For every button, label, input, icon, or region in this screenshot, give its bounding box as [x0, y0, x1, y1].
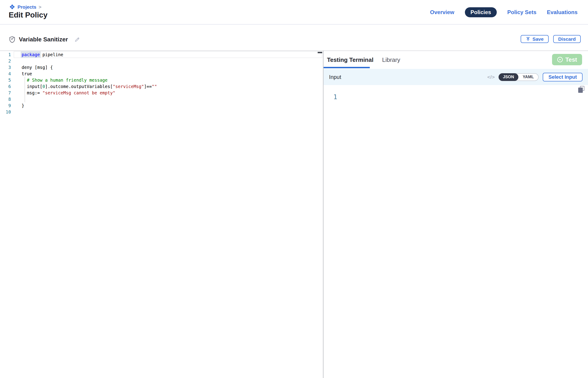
line-number: 7: [0, 90, 11, 96]
save-button-label: Save: [533, 36, 544, 42]
nav-item-policies[interactable]: Policies: [465, 7, 497, 17]
input-editor-line-number: 1: [333, 93, 337, 101]
select-input-button[interactable]: Select Input: [543, 73, 583, 81]
copy-icon[interactable]: [578, 86, 584, 93]
breadcrumb-projects-link[interactable]: Projects: [17, 4, 36, 10]
copy-icon-front: [578, 88, 583, 93]
active-tab-underline: [324, 67, 370, 68]
projects-diamond-icon: ❖: [9, 4, 15, 11]
line-number: 10: [0, 109, 11, 115]
line-content: }: [11, 102, 24, 109]
nav-item-policy-sets[interactable]: Policy Sets: [507, 9, 536, 15]
nav-item-overview[interactable]: Overview: [430, 9, 454, 15]
input-editor[interactable]: 1: [324, 85, 588, 176]
overview-ruler-cursor-mark: [318, 52, 322, 53]
play-circle-icon: [557, 57, 563, 63]
code-line[interactable]: 4true: [0, 70, 323, 77]
top-nav: OverviewPoliciesPolicy SetsEvaluations: [430, 8, 577, 17]
policy-name: Variable Sanitizer: [19, 36, 68, 43]
line-content: msg:= "serviceMsg cannot be empty": [11, 90, 115, 96]
line-number: 6: [0, 83, 11, 90]
code-line[interactable]: 5 # Show a human friendly message: [0, 77, 323, 83]
code-format-icon[interactable]: </>: [487, 74, 495, 80]
line-content: [11, 58, 22, 64]
line-content: [11, 96, 22, 102]
input-section-title: Input: [329, 74, 487, 80]
nav-item-evaluations[interactable]: Evaluations: [547, 9, 577, 15]
panel-tabbar: Testing TerminalLibrary Test: [324, 51, 588, 69]
chevron-right-icon: >: [39, 4, 41, 10]
discard-button-label: Discard: [558, 36, 576, 42]
code-line[interactable]: 6 input[0].outcome.outputVariables["serv…: [0, 83, 323, 90]
tab-testing-terminal[interactable]: Testing Terminal: [327, 56, 373, 64]
code-line[interactable]: 9}: [0, 102, 323, 109]
shield-check-icon: [9, 36, 15, 43]
page-header: ❖ Projects > Edit Policy OverviewPolicie…: [0, 0, 588, 25]
code-line[interactable]: 2: [0, 58, 323, 64]
test-button-label: Test: [565, 56, 577, 63]
toolbar-actions: Save Discard: [521, 35, 581, 43]
panel-tabs: Testing TerminalLibrary: [324, 51, 588, 69]
line-content: deny [msg] {: [11, 64, 53, 70]
format-option-json[interactable]: JSON: [499, 73, 518, 81]
upload-icon: [526, 37, 531, 41]
policy-toolbar: Variable Sanitizer Save: [0, 25, 588, 51]
policy-head: Variable Sanitizer: [9, 36, 80, 43]
code-line[interactable]: 3deny [msg] {: [0, 64, 323, 70]
discard-button[interactable]: Discard: [553, 35, 581, 43]
line-content: [11, 109, 22, 115]
line-content: true: [11, 70, 32, 77]
line-number: 8: [0, 96, 11, 102]
edit-policy-page: ❖ Projects > Edit Policy OverviewPolicie…: [0, 0, 588, 378]
save-button[interactable]: Save: [521, 35, 549, 43]
format-option-yaml[interactable]: YAML: [518, 73, 538, 81]
code-line[interactable]: 8: [0, 96, 323, 102]
testing-panel: Testing TerminalLibrary Test Input </> J…: [324, 51, 588, 378]
line-number: 9: [0, 102, 11, 109]
line-content: input[0].outcome.outputVariables["servic…: [11, 83, 157, 90]
line-content: # Show a human friendly message: [11, 77, 108, 83]
input-section-header: Input </> JSONYAML Select Input: [324, 69, 588, 85]
policy-code-editor[interactable]: 1package pipeline23deny [msg] {4true5 # …: [0, 51, 323, 378]
tab-library[interactable]: Library: [382, 56, 400, 64]
code-line[interactable]: 10: [0, 109, 323, 115]
code-line[interactable]: 1package pipeline: [0, 51, 323, 58]
line-number: 5: [0, 77, 11, 83]
breadcrumb: ❖ Projects >: [9, 4, 41, 11]
format-toggle: JSONYAML: [499, 73, 539, 81]
page-title: Edit Policy: [9, 11, 48, 19]
code-line[interactable]: 7 msg:= "serviceMsg cannot be empty": [0, 90, 323, 96]
line-number: 2: [0, 58, 11, 64]
line-number: 4: [0, 70, 11, 77]
line-number: 3: [0, 64, 11, 70]
line-number: 1: [0, 51, 11, 58]
code-lines: 1package pipeline23deny [msg] {4true5 # …: [0, 51, 323, 115]
edit-pencil-icon[interactable]: [74, 37, 80, 42]
test-button[interactable]: Test: [552, 54, 582, 65]
select-input-label: Select Input: [548, 74, 577, 80]
line-content: package pipeline: [11, 51, 63, 58]
